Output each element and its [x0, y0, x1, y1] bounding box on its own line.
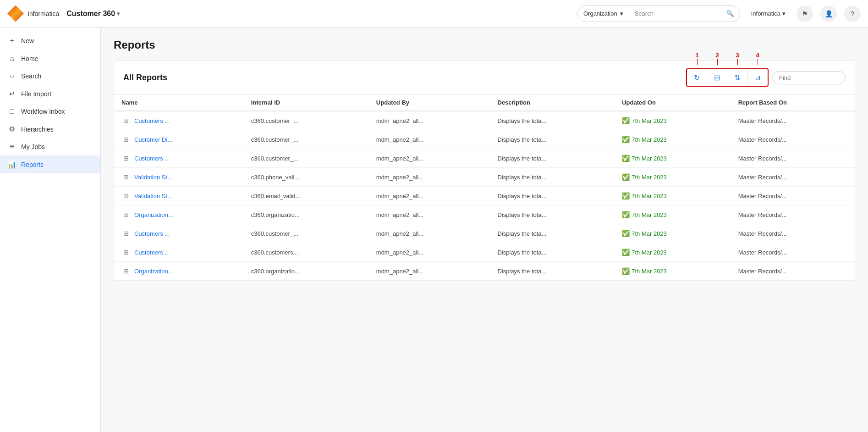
- sidebar-item-home[interactable]: ⌂ Home: [0, 50, 100, 67]
- annotation-4: 4: [756, 52, 759, 59]
- filter-button[interactable]: ⊿: [747, 69, 768, 86]
- columns-button[interactable]: ⊟: [707, 69, 727, 86]
- sidebar-item-reports[interactable]: 📊 Reports: [0, 155, 100, 173]
- cell-updated_by: mdm_apne2_all...: [369, 168, 490, 187]
- table-row-icon: ⊞: [121, 154, 131, 163]
- search-icon-button[interactable]: 🔍: [721, 10, 740, 17]
- global-search-bar: Organization ▾ 🔍: [577, 6, 740, 22]
- status-badge: ✅7th Mar 2023: [622, 173, 667, 181]
- page-title: Reports: [114, 39, 855, 51]
- report-name-link[interactable]: Customers ...: [134, 117, 170, 124]
- cell-updated_by: mdm_apne2_all...: [369, 243, 490, 262]
- check-icon: ✅: [622, 230, 630, 237]
- table-row: ⊞Customers ...c360.customers...mdm_apne2…: [114, 243, 855, 262]
- cell-name: ⊞Customer Di...: [114, 130, 244, 149]
- status-badge: ✅7th Mar 2023: [622, 249, 667, 256]
- cell-name: ⊞Customers ...: [114, 224, 244, 243]
- toolbar-group: ↻ ⊟ ⇅ ⊿: [686, 68, 769, 87]
- sidebar-item-hierarchies[interactable]: ⚙ Hierarchies: [0, 120, 100, 138]
- sidebar-item-my-jobs[interactable]: ≡ My Jobs: [0, 138, 100, 155]
- sort-button[interactable]: ⇅: [727, 69, 747, 86]
- cell-report-based-on: Master Records/...: [731, 168, 855, 187]
- check-icon: ✅: [622, 192, 630, 199]
- cell-description: Displays the tota...: [490, 224, 615, 243]
- report-name-link[interactable]: Customers ...: [134, 230, 170, 237]
- refresh-icon: ↻: [694, 73, 700, 82]
- sidebar-item-search[interactable]: ○ Search: [0, 67, 100, 85]
- help-icon-button[interactable]: ?: [844, 6, 861, 22]
- user-icon-button[interactable]: 👤: [820, 6, 837, 22]
- status-badge: ✅7th Mar 2023: [622, 117, 667, 124]
- cell-description: Displays the tota...: [490, 187, 615, 205]
- sidebar-item-label-my-jobs: My Jobs: [21, 143, 45, 150]
- check-icon: ✅: [622, 136, 630, 143]
- table-row: ⊞Customers ...c360.customer_...mdm_apne2…: [114, 224, 855, 243]
- org-chevron: ▾: [620, 10, 623, 17]
- search-icon: ○: [7, 72, 16, 80]
- hierarchies-icon: ⚙: [7, 125, 16, 133]
- cell-description: Displays the tota...: [490, 130, 615, 149]
- cell-updated_by: mdm_apne2_all...: [369, 205, 490, 224]
- report-name-link[interactable]: Validation St...: [134, 193, 172, 199]
- flag-icon-button[interactable]: ⚑: [797, 6, 813, 22]
- cell-internal_id: c360.organizatio...: [244, 205, 369, 224]
- my-jobs-icon: ≡: [7, 143, 16, 151]
- main-content: Reports All Reports 1 2: [101, 28, 868, 432]
- filter-icon: ⊿: [755, 73, 761, 82]
- check-icon: ✅: [622, 267, 630, 275]
- cell-internal_id: c360.phone_vali...: [244, 168, 369, 187]
- report-name-link[interactable]: Customers ...: [134, 249, 170, 256]
- cell-updated-on: ✅7th Mar 2023: [615, 243, 731, 262]
- informatica-logo: [7, 6, 24, 22]
- check-icon: ✅: [622, 211, 630, 218]
- cell-internal_id: c360.customer_...: [244, 130, 369, 149]
- cell-updated_by: mdm_apne2_all...: [369, 224, 490, 243]
- table-head: Name Internal ID Updated By Description …: [114, 94, 855, 111]
- table-row-icon: ⊞: [121, 210, 131, 219]
- informatica-context-button[interactable]: Informatica ▾: [747, 10, 789, 17]
- cell-updated_by: mdm_apne2_all...: [369, 187, 490, 205]
- cell-updated-on: ✅7th Mar 2023: [615, 111, 731, 130]
- col-updated-by: Updated By: [369, 94, 490, 111]
- cell-updated-on: ✅7th Mar 2023: [615, 130, 731, 149]
- cell-updated_by: mdm_apne2_all...: [369, 262, 490, 281]
- sidebar-item-file-import[interactable]: ↵ File Import: [0, 85, 100, 103]
- cell-updated-on: ✅7th Mar 2023: [615, 224, 731, 243]
- table-row-icon: ⊞: [121, 229, 131, 238]
- annotation-2: 2: [715, 52, 719, 59]
- cell-description: Displays the tota...: [490, 168, 615, 187]
- org-label: Organization: [583, 10, 617, 17]
- app-title-button[interactable]: Customer 360 ▾: [66, 10, 120, 18]
- cell-report-based-on: Master Records/...: [731, 243, 855, 262]
- table-row: ⊞Validation St...c360.email_valid...mdm_…: [114, 187, 855, 205]
- sidebar-item-new[interactable]: ＋ New: [0, 31, 100, 50]
- check-icon: ✅: [622, 173, 630, 181]
- report-name-link[interactable]: Organization...: [134, 211, 173, 218]
- find-input[interactable]: [772, 71, 846, 84]
- informatica-chevron: ▾: [782, 10, 786, 17]
- cell-description: Displays the tota...: [490, 205, 615, 224]
- refresh-button[interactable]: ↻: [687, 69, 707, 86]
- cell-updated-on: ✅7th Mar 2023: [615, 149, 731, 168]
- report-name-link[interactable]: Validation St...: [134, 174, 172, 181]
- cell-name: ⊞Customers ...: [114, 243, 244, 262]
- reports-panel-header: All Reports 1 2 3: [114, 61, 855, 94]
- col-name: Name: [114, 94, 244, 111]
- help-icon: ?: [851, 10, 854, 17]
- table-row: ⊞Validation St...c360.phone_vali...mdm_a…: [114, 168, 855, 187]
- search-input[interactable]: [629, 6, 721, 22]
- table-row-icon: ⊞: [121, 266, 131, 276]
- cell-internal_id: c360.organizatio...: [244, 262, 369, 281]
- report-name-link[interactable]: Organization...: [134, 268, 173, 275]
- org-selector-button[interactable]: Organization ▾: [578, 6, 629, 22]
- report-name-link[interactable]: Customer Di...: [134, 136, 172, 143]
- annotation-3: 3: [736, 52, 739, 59]
- cell-updated-on: ✅7th Mar 2023: [615, 187, 731, 205]
- cell-updated-on: ✅7th Mar 2023: [615, 262, 731, 281]
- cell-report-based-on: Master Records/...: [731, 149, 855, 168]
- status-badge: ✅7th Mar 2023: [622, 192, 667, 199]
- sidebar-item-label-hierarchies: Hierarchies: [21, 126, 54, 133]
- cell-updated_by: mdm_apne2_all...: [369, 130, 490, 149]
- report-name-link[interactable]: Customers ...: [134, 155, 170, 162]
- sidebar-item-workflow-inbox[interactable]: □ Workflow Inbox: [0, 103, 100, 120]
